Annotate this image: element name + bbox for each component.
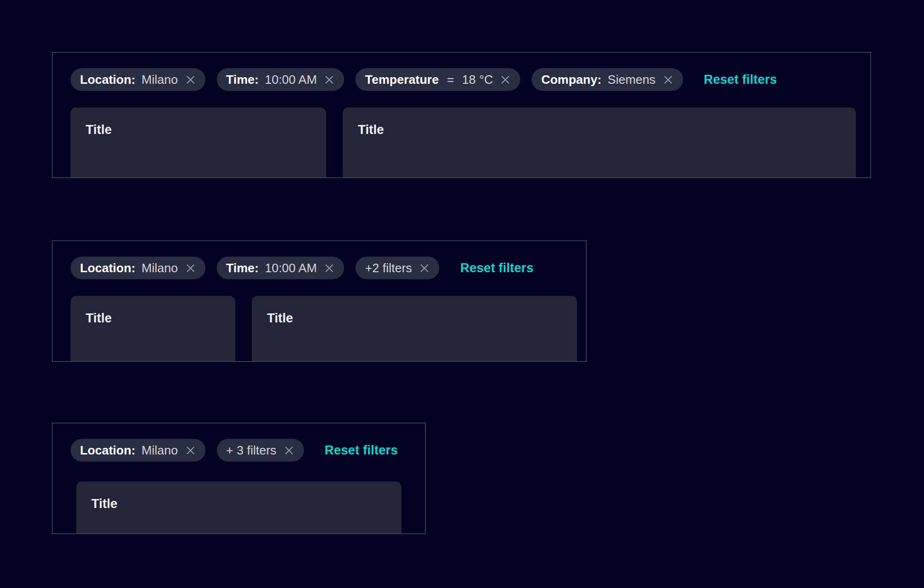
filter-chip-value: Milano	[142, 73, 178, 86]
filter-panel-two-collapsed: Location: Milano Time: 10:00 AM +2 filte…	[52, 241, 586, 362]
card-title: Title	[91, 497, 386, 511]
filter-chip[interactable]: + 3 filters	[217, 439, 304, 462]
filter-chip[interactable]: Location: Milano	[71, 257, 205, 279]
close-icon[interactable]	[500, 74, 511, 85]
filter-chip[interactable]: Time: 10:00 AM	[217, 68, 345, 91]
card-title: Title	[358, 123, 841, 137]
close-icon[interactable]	[185, 263, 196, 274]
filter-chip[interactable]: Time: 10:00 AM	[217, 257, 345, 279]
filter-chip-label: Location:	[80, 262, 135, 274]
filter-chip-value: + 3 filters	[226, 444, 276, 456]
filter-panel-expanded: Location: Milano Time: 10:00 AM Temperat…	[52, 52, 871, 178]
filter-chip-value: 18 °C	[462, 73, 493, 86]
close-icon[interactable]	[324, 263, 335, 274]
filter-chips-row: Location: Milano + 3 filters Reset filte…	[71, 439, 407, 462]
filter-chip-label: Location:	[80, 444, 135, 456]
filter-chips-row: Location: Milano Time: 10:00 AM Temperat…	[71, 68, 853, 91]
cards-row: Title Title	[71, 296, 568, 362]
close-icon[interactable]	[185, 74, 196, 85]
close-icon[interactable]	[419, 263, 430, 274]
close-icon[interactable]	[324, 74, 335, 85]
close-icon[interactable]	[185, 445, 196, 456]
card: Title	[343, 107, 856, 178]
filter-chip-value: 10:00 AM	[265, 73, 317, 86]
filter-chip-value: Milano	[142, 444, 178, 456]
card: Title	[252, 296, 577, 362]
filter-chip[interactable]: Location: Milano	[71, 439, 205, 462]
filter-chip-label: Company:	[541, 73, 601, 86]
close-icon[interactable]	[284, 445, 294, 456]
filter-chip[interactable]: Temperature = 18 °C	[355, 68, 520, 91]
filter-chip[interactable]: Location: Milano	[71, 68, 205, 91]
reset-filters-link[interactable]: Reset filters	[325, 443, 398, 458]
card-title: Title	[86, 123, 311, 137]
card-title: Title	[267, 311, 562, 326]
filter-chip-value: Siemens	[608, 73, 656, 86]
filter-chip-value: 10:00 AM	[265, 262, 317, 274]
filter-chip[interactable]: +2 filters	[355, 257, 439, 279]
reset-filters-link[interactable]: Reset filters	[704, 72, 777, 87]
filter-chip-value: +2 filters	[365, 262, 412, 274]
filter-chip-label: Time:	[226, 262, 259, 274]
cards-row: Title	[76, 481, 407, 534]
card: Title	[71, 107, 326, 178]
filter-panel-three-collapsed: Location: Milano + 3 filters Reset filte…	[52, 423, 426, 534]
card-title: Title	[86, 311, 220, 326]
card: Title	[71, 296, 235, 362]
filter-chip-operator: =	[447, 73, 454, 86]
filter-chip-label: Time:	[226, 73, 259, 86]
filter-chip-label: Location:	[80, 73, 135, 86]
card: Title	[76, 481, 401, 534]
reset-filters-link[interactable]: Reset filters	[460, 261, 533, 276]
cards-row: Title Title	[71, 107, 853, 178]
filter-chip-label: Temperature	[365, 73, 439, 86]
filter-chip[interactable]: Company: Siemens	[532, 68, 683, 91]
filter-chips-row: Location: Milano Time: 10:00 AM +2 filte…	[71, 257, 568, 279]
filter-chip-value: Milano	[142, 262, 178, 274]
close-icon[interactable]	[663, 74, 674, 85]
